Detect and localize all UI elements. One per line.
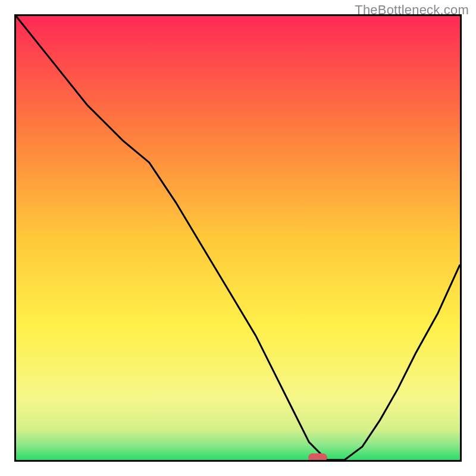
plot-area	[14, 14, 462, 462]
optimum-marker	[308, 453, 327, 460]
bottleneck-curve	[16, 16, 460, 460]
watermark-text: TheBottleneck.com	[355, 2, 469, 18]
chart-frame: TheBottleneck.com	[0, 0, 476, 476]
plot-inner	[16, 16, 460, 460]
